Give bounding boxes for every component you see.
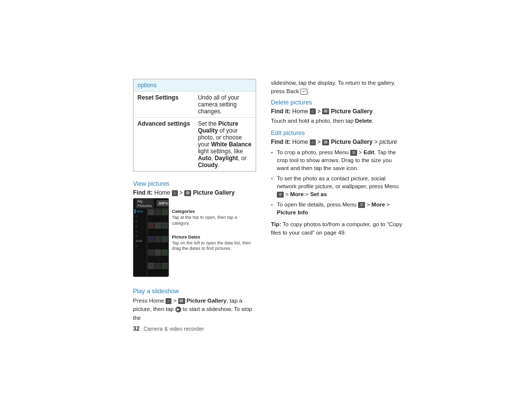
date-row3: □ [134,224,146,228]
right-column: slideshow, tap the display. To return to… [271,79,404,332]
find-it-view: Find it: Home ⌂ > 🖼 Picture Gallery [133,189,256,196]
photo-cell-14 [155,263,161,269]
page-number-line: 32 Camera & video recorder [133,325,256,332]
phone-screenshot: My Pictures AllPictures 10:42 12:48 PM 2… [133,198,169,277]
edit-find-it-label: Find it: [271,138,291,145]
photo-cell-7 [148,236,154,242]
gallery-icon-2: 🖼 [178,298,185,304]
date-row4: □ [134,229,146,233]
home-icon-4: ⌂ [310,139,316,145]
home-icon-2: ⌂ [166,298,171,304]
annotation-picture-dates: Picture Dates Tap on the left to open th… [172,235,256,252]
reset-settings-desc: Undo all of your camera setting changes. [194,92,256,118]
categories-body: Tap at the top to open, then tap a categ… [172,215,256,226]
gallery-icon-4: 🖼 [322,139,329,145]
date-row2: □ [134,219,146,223]
photo-cell-12 [162,249,168,256]
advanced-settings-label: Advanced settings [133,118,194,171]
options-table: options Reset Settings Undo all of your … [133,79,256,171]
photo-cell-1 [148,209,154,215]
delete-find-it-label: Find it: [271,108,291,115]
my-pictures-tab: My Pictures [135,198,154,209]
date-row5: □ [134,234,146,238]
photo-cell-13 [148,263,154,269]
menu-icon-1: ☰ [350,150,357,156]
edit-pictures-title: Edit pictures [271,130,404,137]
picture-dates-title: Picture Dates [172,235,256,240]
find-it-label: Find it: [133,189,153,196]
phone-top-bar: My Pictures AllPictures 10:42 12:48 PM [133,199,168,208]
delete-pictures-title: Delete pictures [271,99,404,106]
photo-cell-2 [155,209,161,215]
photo-cell-9 [162,236,168,242]
date-row6: □ [134,244,146,248]
edit-bullet-list: To crop a photo, press Menu ☰ > Edit. Ta… [271,148,404,217]
photo-cell-10 [148,249,154,256]
annotation-categories: Categories Tap at the top to open, then … [172,209,256,226]
play-slideshow-title: Play a slideshow [133,288,256,295]
page-description: Camera & video recorder [143,326,204,332]
gallery-icon: 🖼 [184,190,191,196]
reset-settings-label: Reset Settings [133,92,194,118]
photo-cell-11 [155,249,161,256]
find-it-edit: Find it: Home ⌂ > 🖼 Picture Gallery > pi… [271,138,404,145]
annotations-container: Categories Tap at the top to open, then … [172,198,256,283]
left-column: options Reset Settings Undo all of your … [133,79,256,332]
page-number: 32 [133,325,139,332]
page-container: options Reset Settings Undo all of your … [0,0,532,411]
slideshow-continuation: slideshow, tap the display. To return to… [271,79,404,96]
menu-icon-2: ☰ [277,192,284,198]
options-header: options [133,79,256,92]
phone-body: 2010 □ □ □ □ □ 2009 □ [133,208,168,276]
date-row1: □ [134,214,146,218]
tip-label: Tip: [271,221,281,227]
photo-cell-6 [162,222,168,229]
play-icon: ▶ [175,307,181,312]
find-it-delete: Find it: Home ⌂ > 🖼 Picture Gallery [271,108,404,115]
picture-dates-body: Tap on the left to open the date list, t… [172,240,256,252]
home-icon: ⌂ [172,190,178,196]
bullet-set-as: To set the photo as a contact picture, s… [271,174,404,198]
sidebar-dates: 2010 □ □ □ □ □ 2009 □ [133,208,147,276]
bullet-crop: To crop a photo, press Menu ☰ > Edit. Ta… [271,148,404,172]
touch-hold-text: Touch and hold a photo, then tap Delete. [271,117,404,125]
categories-title: Categories [172,209,256,214]
bullet-file-details: To open file details, press Menu ☰ > Mor… [271,201,404,216]
advanced-settings-desc: Set the Picture Quality of your photo, o… [194,118,256,171]
play-slideshow-body: Press Home ⌂ > 🖼 Picture Gallery, tap a … [133,297,256,322]
back-icon: ↩ [300,89,307,95]
date-2010: 2010 [134,209,146,213]
home-icon-3: ⌂ [310,108,316,114]
all-pictures-tab: AllPictures [157,200,169,206]
photo-cell-8 [155,236,161,242]
view-pictures-title: View pictures [133,180,256,187]
date-2009: 2009 [134,239,146,243]
content-area: options Reset Settings Undo all of your … [128,69,404,342]
photo-cell-5 [155,222,161,229]
photo-cell-15 [162,263,168,269]
menu-icon-3: ☰ [358,202,365,208]
gallery-icon-3: 🖼 [322,108,329,114]
photo-grid [147,208,168,276]
tip-text: Tip: To copy photos to/from a computer, … [271,220,404,236]
photo-cell-3 [162,209,168,215]
photo-cell-4 [148,222,154,229]
